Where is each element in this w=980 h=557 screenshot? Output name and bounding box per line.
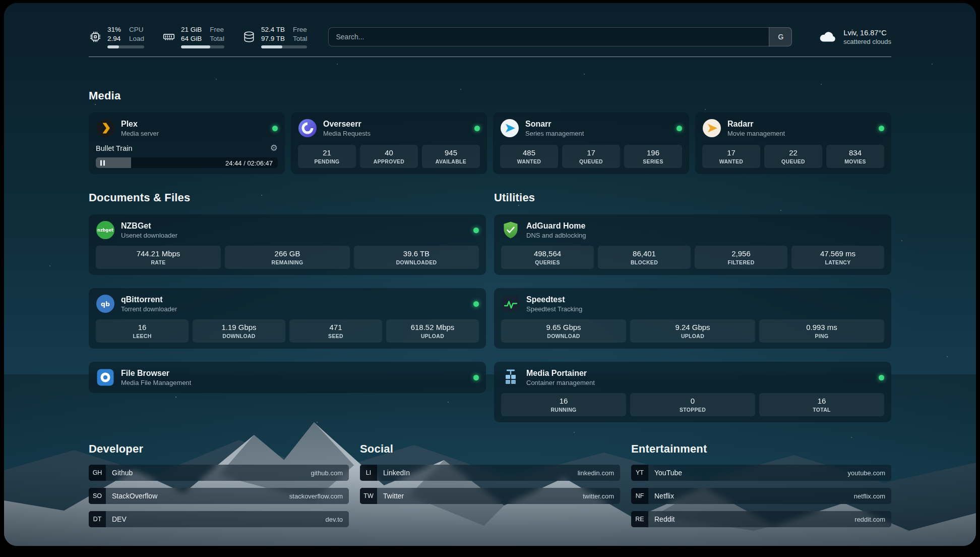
- status-indicator-online: [879, 375, 884, 380]
- radarr-icon: [702, 119, 721, 138]
- bookmark-reddit[interactable]: RERedditreddit.com: [631, 511, 891, 527]
- now-playing-title: Bullet Train: [96, 144, 133, 152]
- bookmark-twitter[interactable]: TWTwittertwitter.com: [360, 488, 620, 504]
- bookmark-group-title: Entertainment: [631, 442, 891, 456]
- stat-label: SERIES: [643, 158, 663, 164]
- bookmark-abbr: GH: [89, 465, 106, 481]
- stat-label: WANTED: [517, 158, 541, 164]
- service-stats: 498,564QUERIES86,401BLOCKED2,956FILTERED…: [501, 240, 884, 269]
- status-indicator-online: [473, 301, 479, 307]
- bookmark-name: Reddit: [654, 515, 675, 523]
- filebrowser-icon: [96, 368, 115, 387]
- stat-seed: 471SEED: [289, 319, 382, 343]
- bookmark-stackoverflow[interactable]: SOStackOverflowstackoverflow.com: [89, 488, 349, 504]
- middle-columns: Documents & Files nzbgetNZBGetUsenet dow…: [89, 191, 891, 422]
- cpu-label-1: CPU: [129, 25, 144, 34]
- search-input[interactable]: [328, 27, 792, 46]
- service-stats: 9.65 GbpsDOWNLOAD9.24 GbpsUPLOAD0.993 ms…: [501, 313, 884, 343]
- cpu-icon: [89, 30, 102, 43]
- pause-icon[interactable]: [100, 160, 106, 165]
- service-card-header: OverseerrMedia Requests: [298, 119, 480, 138]
- stat-label: PENDING: [314, 158, 339, 164]
- search-provider-button[interactable]: G: [769, 27, 792, 46]
- status-indicator-online: [473, 228, 479, 233]
- service-name: File Browser: [121, 369, 191, 378]
- disk-value-free: 52.4 TB: [261, 25, 285, 34]
- bookmark-name: DEV: [112, 515, 127, 523]
- bookmark-abbr: NF: [631, 488, 648, 504]
- memory-widget: 21 GiB 64 GiB Free Total: [162, 25, 224, 48]
- stat-series: 196SERIES: [624, 145, 682, 168]
- memory-icon: [162, 30, 175, 43]
- bookmark-github[interactable]: GHGithubgithub.com: [89, 465, 349, 481]
- bookmark-url: dev.to: [326, 516, 343, 523]
- service-card-header: nzbgetNZBGetUsenet downloader: [96, 220, 479, 240]
- stat-remaining: 266 GBREMAINING: [225, 246, 350, 269]
- service-card-file-browser[interactable]: File BrowserMedia File Management: [89, 362, 486, 393]
- service-text: Media PortainerContainer management: [526, 369, 595, 386]
- service-stats: 16LEECH1.19 GbpsDOWNLOAD471SEED618.52 Mb…: [96, 313, 479, 343]
- disk-widget-body: 52.4 TB 97.9 TB Free Total: [261, 25, 308, 48]
- service-card-plex[interactable]: PlexMedia serverBullet Train⚙24:44 / 02:…: [89, 113, 285, 174]
- stat-value: 196: [647, 148, 659, 157]
- bookmark-youtube[interactable]: YTYouTubeyoutube.com: [631, 465, 891, 481]
- stat-value: 17: [587, 148, 595, 157]
- playback-progress-bar[interactable]: 24:44 / 02:06:47: [96, 157, 278, 168]
- disk-widget: 52.4 TB 97.9 TB Free Total: [242, 25, 308, 48]
- service-card-header: Media PortainerContainer management: [501, 368, 884, 387]
- bookmark-name: YouTube: [654, 469, 682, 477]
- gear-icon[interactable]: ⚙: [270, 144, 278, 152]
- service-card-overseerr[interactable]: OverseerrMedia Requests21PENDING40APPROV…: [291, 113, 487, 174]
- speedtest-icon: [501, 294, 520, 313]
- service-stats: 485WANTED17QUEUED196SERIES: [500, 139, 682, 168]
- service-card-sonarr[interactable]: SonarrSeries management485WANTED17QUEUED…: [493, 113, 689, 174]
- stat-label: RATE: [151, 259, 165, 265]
- stat-value: 498,564: [534, 249, 561, 258]
- stat-label: DOWNLOADED: [396, 259, 437, 265]
- playback-time: 24:44 / 02:06:47: [225, 159, 273, 166]
- service-text: PlexMedia server: [121, 120, 159, 137]
- stat-value: 21: [323, 148, 331, 157]
- service-name: Speedtest: [526, 295, 582, 304]
- stat-blocked: 86,401BLOCKED: [598, 246, 691, 269]
- memory-usage-fill: [181, 45, 210, 48]
- service-card-speedtest[interactable]: SpeedtestSpeedtest Tracking9.65 GbpsDOWN…: [494, 288, 891, 349]
- service-card-radarr[interactable]: RadarrMovie management17WANTED22QUEUED83…: [695, 113, 891, 174]
- service-card-header: AdGuard HomeDNS and adblocking: [501, 220, 884, 240]
- stat-label: BLOCKED: [631, 259, 658, 265]
- stat-value: 485: [523, 148, 535, 157]
- now-playing-row: Bullet Train⚙: [96, 144, 278, 152]
- service-card-nzbget[interactable]: nzbgetNZBGetUsenet downloader744.21 Mbps…: [89, 214, 486, 275]
- bookmark-dev[interactable]: DTDEVdev.to: [89, 511, 349, 527]
- stat-wanted: 485WANTED: [500, 145, 558, 168]
- stat-value: 16: [138, 323, 147, 331]
- disk-value-total: 97.9 TB: [261, 34, 285, 43]
- section-title-utilities: Utilities: [494, 191, 891, 204]
- service-name: Plex: [121, 120, 159, 129]
- bookmark-abbr: RE: [631, 511, 648, 527]
- stat-queued: 17QUEUED: [562, 145, 620, 168]
- stat-queued: 22QUEUED: [764, 145, 822, 168]
- service-card-adguard-home[interactable]: AdGuard HomeDNS and adblocking498,564QUE…: [494, 214, 891, 275]
- stat-label: WANTED: [719, 158, 743, 164]
- service-card-qbittorrent[interactable]: qbqBittorrentTorrent downloader16LEECH1.…: [89, 288, 486, 349]
- stat-value: 266 GB: [275, 249, 300, 258]
- svg-text:nzbget: nzbget: [97, 228, 113, 233]
- service-stats: 17WANTED22QUEUED834MOVIES: [702, 139, 884, 168]
- stat-label: STOPPED: [680, 407, 706, 413]
- bookmark-group-title: Social: [360, 442, 620, 456]
- service-text: qBittorrentTorrent downloader: [121, 295, 177, 313]
- bookmark-url: stackoverflow.com: [289, 492, 343, 500]
- memory-value-total: 64 GiB: [181, 34, 202, 43]
- status-indicator-online: [474, 126, 480, 131]
- bookmark-linkedin[interactable]: LILinkedInlinkedin.com: [360, 465, 620, 481]
- disk-label-1: Free: [293, 25, 308, 34]
- service-card-media-portainer[interactable]: Media PortainerContainer management16RUN…: [494, 362, 891, 422]
- service-name: Sonarr: [525, 120, 584, 129]
- bookmark-netflix[interactable]: NFNetflixnetflix.com: [631, 488, 891, 504]
- bookmark-name: Twitter: [383, 492, 404, 500]
- weather-text: Lviv, 16.87°C scattered clouds: [843, 29, 891, 45]
- stat-value: 945: [445, 148, 457, 157]
- service-description: Media Requests: [323, 130, 371, 137]
- cpu-usage-fill: [107, 45, 119, 48]
